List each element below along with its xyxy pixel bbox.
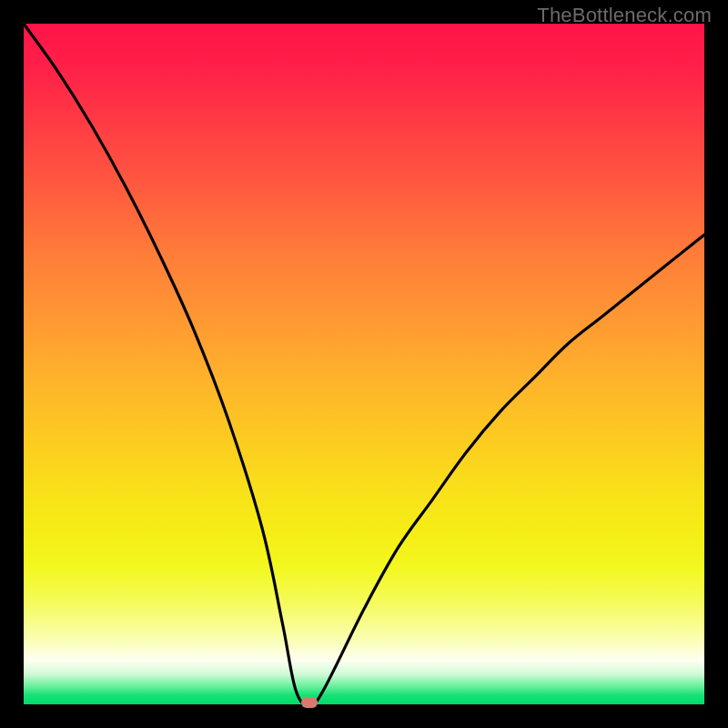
optimal-point-marker: [301, 697, 318, 708]
chart-frame: TheBottleneck.com: [0, 0, 728, 728]
watermark-text: TheBottleneck.com: [537, 4, 712, 27]
bottleneck-curve: [24, 24, 704, 704]
